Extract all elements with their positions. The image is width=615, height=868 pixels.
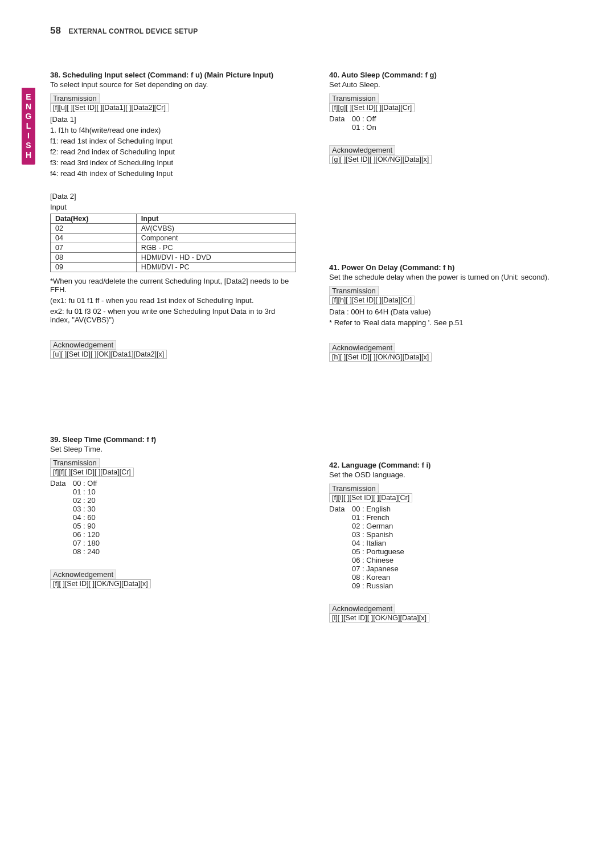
data2-label: [Data 2] [50,192,296,200]
data1-line: f3: read 3rd index of Scheduling Input [50,158,296,167]
transmission-label: Transmission [50,93,100,103]
ack-format: [u][ ][Set ID][ ][OK][Data1][Data2][x] [50,350,167,359]
data-item: 00 : English [352,505,404,513]
command-42: 42. Language (Command: f i) Set the OSD … [313,461,575,625]
data-label: Data [329,505,352,590]
tx-format: [f][i][ ][Set ID][ ][Data][Cr] [329,493,412,502]
command-head: 38. Scheduling Input select (Command: f … [64,71,296,79]
ack-format: [g][ ][Set ID][ ][OK/NG][Data][x] [329,155,432,164]
command-desc: Set the OSD language. [329,470,575,479]
ack-format: [f][ ][Set ID][ ][OK/NG][Data][x] [50,579,151,588]
table-header: Input [136,214,296,224]
page-title: EXTERNAL CONTROL DEVICE SETUP [69,27,198,35]
transmission-label: Transmission [329,93,379,103]
command-head: 40. Auto Sleep (Command: f g) [343,71,575,79]
transmission-label: Transmission [329,484,379,493]
data-item: 09 : Russian [352,582,404,590]
data-item: 02 : 20 [73,496,100,505]
table-row: 09HDMI/DVI - PC [51,263,296,272]
table-row: 07RGB - PC [51,243,296,253]
command-39: 39. Sleep Time (Command: f f) Set Sleep … [34,435,296,591]
data-line: * Refer to 'Real data mapping '. See p.5… [329,318,575,327]
data2-sub: Input [50,203,296,211]
data-item: 03 : 30 [73,505,100,513]
data-item: 03 : Spanish [352,530,404,539]
command-desc: Set the schedule delay when the power is… [329,273,575,281]
data-item: 01 : On [352,123,376,132]
acknowledgement-label: Acknowledgement [50,570,116,579]
tx-format: [f][u][ ][Set ID][ ][Data1][ ][Data2][Cr… [50,103,169,112]
data1-line: f2: read 2nd index of Scheduling Input [50,148,296,156]
data-item: 07 : 180 [73,539,100,547]
data1-label: [Data 1] [50,115,296,124]
note-line: *When you read/delete the current Schedu… [50,277,296,294]
data-item: 01 : French [352,513,404,522]
data1-line: f4: read 4th index of Scheduling Input [50,169,296,178]
acknowledgement-label: Acknowledgement [329,343,395,353]
data-item: 06 : 120 [73,530,100,539]
tx-format: [f][f][ ][Set ID][ ][Data][Cr] [50,468,134,477]
data-label: Data [329,114,352,132]
data-item: 04 : Italian [352,539,404,547]
table-row: 08HDMI/DVI - HD - DVD [51,253,296,263]
data-item: 00 : Off [73,479,100,488]
command-desc: Set Auto Sleep. [329,80,575,89]
command-head: 39. Sleep Time (Command: f f) [64,435,296,444]
page-header: 58 EXTERNAL CONTROL DEVICE SETUP [50,25,575,36]
command-38: 38. Scheduling Input select (Command: f … [34,71,296,361]
ack-format: [h][ ][Set ID][ ][OK/NG][Data][x] [329,353,432,362]
data-item: 08 : 240 [73,547,100,556]
data-item: 02 : German [352,522,404,530]
command-40: 40. Auto Sleep (Command: f g) Set Auto S… [313,71,575,166]
data1-line: f1: read 1st index of Scheduling Input [50,137,296,145]
command-desc: Set Sleep Time. [50,445,296,453]
acknowledgement-label: Acknowledgement [329,145,395,155]
data-item: 08 : Korean [352,573,404,582]
input-table: Data(Hex) Input 02AV(CVBS) 04Component 0… [50,214,296,272]
table-row: 04Component [51,234,296,243]
command-desc: To select input source for Set depending… [50,80,296,89]
tx-format: [f][g][ ][Set ID][ ][Data][Cr] [329,103,415,112]
command-41: 41. Power On Delay (Command: f h) Set th… [313,263,575,364]
data-line: Data : 00H to 64H (Data value) [329,308,575,316]
command-head: 41. Power On Delay (Command: f h) [343,263,575,272]
data-item: 06 : Chinese [352,556,404,564]
data-item: 01 : 10 [73,488,100,496]
data-label: Data [50,479,73,556]
data-item: 00 : Off [352,114,376,123]
data-item: 05 : Portuguese [352,547,404,556]
page-number: 58 [50,25,61,36]
data-item: 07 : Japanese [352,564,404,573]
command-head: 42. Language (Command: f i) [343,461,575,469]
table-row: 02AV(CVBS) [51,224,296,234]
tx-format: [f][h][ ][Set ID][ ][Data][Cr] [329,296,415,305]
data1-line: 1. f1h to f4h(write/read one index) [50,126,296,134]
acknowledgement-label: Acknowledgement [329,604,395,613]
data-item: 04 : 60 [73,513,100,522]
transmission-label: Transmission [50,458,100,468]
transmission-label: Transmission [329,286,379,296]
acknowledgement-label: Acknowledgement [50,340,116,350]
note-line: ex2: fu 01 f3 02 - when you write one Sc… [50,307,296,324]
ack-format: [i][ ][Set ID][ ][OK/NG][Data][x] [329,613,429,623]
table-header: Data(Hex) [51,214,137,224]
data-item: 05 : 90 [73,522,100,530]
note-line: (ex1: fu 01 f1 ff - when you read 1st in… [50,296,296,305]
language-side-tab: ENGLISH [22,88,35,165]
